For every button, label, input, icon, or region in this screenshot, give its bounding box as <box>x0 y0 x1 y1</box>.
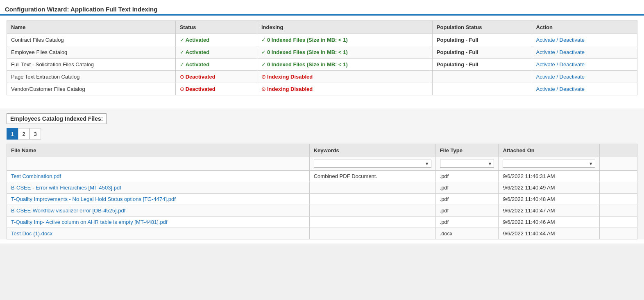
file-attached-on-cell: 9/6/2022 11:40:49 AM <box>499 182 599 194</box>
filter-extra-cell <box>599 157 637 171</box>
th-action: Action <box>532 21 637 34</box>
table-row: Contract Files Catalog✓Activated✓0 Index… <box>7 34 637 46</box>
status-activated-text: Activated <box>186 49 210 55</box>
filter-filename-cell <box>7 157 310 171</box>
file-type-cell: .pdf <box>435 194 499 205</box>
file-extra-cell <box>599 171 637 182</box>
catalog-name: Full Text - Solicitation Files Catalog <box>7 59 176 71</box>
page-title: Configuration Wizard: Application Full T… <box>5 6 157 13</box>
activate-deactivate-link[interactable]: Activate / Deactivate <box>536 61 585 68</box>
pop-status-text: Populating - Full <box>437 37 478 43</box>
warn-icon: ⊙ <box>261 86 266 92</box>
catalog-name: Contract Files Catalog <box>7 34 176 46</box>
filter-attachedon-icon: ▼ <box>589 161 593 166</box>
file-name-link[interactable]: Test Combination.pdf <box>11 173 61 179</box>
top-table-container: Name Status Indexing Population Status A… <box>0 16 644 102</box>
catalog-name: Employee Files Catalog <box>7 46 176 59</box>
page-btn-2[interactable]: 2 <box>18 128 29 140</box>
pop-status-text: Populating - Full <box>437 61 478 68</box>
file-name-link[interactable]: T-Quality Imp- Active column on AHR tabl… <box>11 219 168 225</box>
check-icon: ✓ <box>180 37 184 43</box>
file-extra-cell <box>599 217 637 228</box>
table-row: Employee Files Catalog✓Activated✓0 Index… <box>7 46 637 59</box>
file-name-cell: T-Quality Improvements - No Legal Hold S… <box>7 194 310 205</box>
filter-attachedon-cell: ▼ <box>499 157 599 171</box>
file-type-cell: .pdf <box>435 171 499 182</box>
section-title: Employees Catalog Indexed Files: <box>7 113 107 124</box>
file-type-cell: .pdf <box>435 205 499 217</box>
file-attached-on-cell: 9/6/2022 11:40:46 AM <box>499 217 599 228</box>
file-keywords-cell <box>309 228 435 239</box>
catalog-indexing: ✓0 Indexed Files (Size in MB: < 1) <box>257 59 432 71</box>
pagination: 123 <box>7 128 637 140</box>
filter-keywords-wrap: ▼ <box>314 160 431 168</box>
th-file-type: File Type <box>435 144 499 157</box>
catalog-status: ✓Activated <box>175 46 257 59</box>
file-row: T-Quality Improvements - No Legal Hold S… <box>7 194 637 205</box>
file-extra-cell <box>599 194 637 205</box>
filter-filetype-input[interactable] <box>442 161 487 167</box>
catalog-status: ✓Activated <box>175 34 257 46</box>
status-activated-text: Activated <box>186 61 210 68</box>
warn-icon: ⊙ <box>180 86 184 92</box>
page-btn-1[interactable]: 1 <box>7 128 18 140</box>
file-attached-on-cell: 9/6/2022 11:40:48 AM <box>499 194 599 205</box>
catalog-name: Vendor/Customer Files Catalog <box>7 83 176 95</box>
file-row: B-CSEE-Workflow visualizer error [OB-452… <box>7 205 637 217</box>
file-name-link[interactable]: B-CSEE - Error with Hierarchies [MT-4503… <box>11 185 121 191</box>
warn-icon: ⊙ <box>180 74 184 80</box>
file-name-cell: T-Quality Imp- Active column on AHR tabl… <box>7 217 310 228</box>
activate-deactivate-link[interactable]: Activate / Deactivate <box>536 49 585 55</box>
catalog-name: Page Text Extraction Catalog <box>7 71 176 83</box>
employees-section: Employees Catalog Indexed Files: 123 Fil… <box>0 108 644 239</box>
catalog-indexing: ✓0 Indexed Files (Size in MB: < 1) <box>257 46 432 59</box>
file-name-cell: B-CSEE-Workflow visualizer error [OB-452… <box>7 205 310 217</box>
catalog-action: Activate / Deactivate <box>532 46 637 59</box>
catalog-status: ⊙Deactivated <box>175 83 257 95</box>
catalog-action: Activate / Deactivate <box>532 34 637 46</box>
filter-attachedon-input[interactable] <box>505 161 587 167</box>
file-attached-on-cell: 9/6/2022 11:46:31 AM <box>499 171 599 182</box>
activate-deactivate-link[interactable]: Activate / Deactivate <box>536 86 585 92</box>
check-icon: ✓ <box>261 37 266 43</box>
catalog-action: Activate / Deactivate <box>532 83 637 95</box>
catalog-action: Activate / Deactivate <box>532 59 637 71</box>
file-keywords-cell <box>309 205 435 217</box>
pop-status-text: Populating - Full <box>437 49 478 55</box>
th-indexing: Indexing <box>257 21 432 34</box>
file-extra-cell <box>599 182 637 194</box>
activate-deactivate-link[interactable]: Activate / Deactivate <box>536 37 585 43</box>
file-extra-cell <box>599 228 637 239</box>
page-btn-3[interactable]: 3 <box>29 128 41 140</box>
filter-filetype-wrap: ▼ <box>440 160 494 168</box>
main-table: Name Status Indexing Population Status A… <box>7 20 637 95</box>
filter-filetype-icon: ▼ <box>488 161 492 166</box>
filter-attachedon-wrap: ▼ <box>503 160 595 168</box>
file-name-link[interactable]: Test Doc (1).docx <box>11 230 52 237</box>
file-type-cell: .pdf <box>435 217 499 228</box>
file-name-cell: B-CSEE - Error with Hierarchies [MT-4503… <box>7 182 310 194</box>
file-row: Test Doc (1).docx.docx9/6/2022 11:40:44 … <box>7 228 637 239</box>
file-row: Test Combination.pdfCombined PDF Documen… <box>7 171 637 182</box>
file-name-cell: Test Combination.pdf <box>7 171 310 182</box>
filter-keywords-input[interactable] <box>316 161 424 167</box>
file-keywords-cell: Combined PDF Document. <box>309 171 435 182</box>
activate-deactivate-link[interactable]: Activate / Deactivate <box>536 74 585 80</box>
file-attached-on-cell: 9/6/2022 11:40:44 AM <box>499 228 599 239</box>
catalog-population-status <box>432 83 532 95</box>
catalog-status: ⊙Deactivated <box>175 71 257 83</box>
file-type-cell: .docx <box>435 228 499 239</box>
warn-icon: ⊙ <box>261 74 266 80</box>
status-deactivated-text: Deactivated <box>186 74 215 80</box>
file-row: B-CSEE - Error with Hierarchies [MT-4503… <box>7 182 637 194</box>
indexing-disabled-text: Indexing Disabled <box>267 74 313 80</box>
indexing-disabled-text: Indexing Disabled <box>267 86 313 92</box>
check-icon: ✓ <box>261 49 266 55</box>
file-name-link[interactable]: B-CSEE-Workflow visualizer error [OB-452… <box>11 208 125 214</box>
table-row: Page Text Extraction Catalog⊙Deactivated… <box>7 71 637 83</box>
catalog-population-status: Populating - Full <box>432 59 532 71</box>
check-icon: ✓ <box>261 61 266 68</box>
catalog-action: Activate / Deactivate <box>532 71 637 83</box>
page-title-bar: Configuration Wizard: Application Full T… <box>0 4 644 16</box>
file-name-link[interactable]: T-Quality Improvements - No Legal Hold S… <box>11 196 176 202</box>
